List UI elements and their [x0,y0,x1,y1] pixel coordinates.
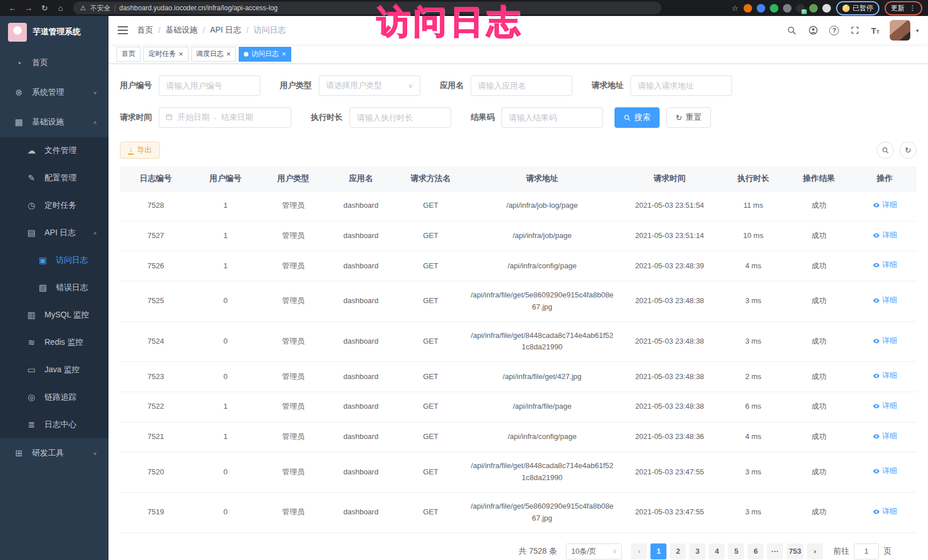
avatar-caret-icon[interactable]: ▾ [916,27,919,34]
tab-访问日志[interactable]: 访问日志× [239,47,291,62]
refresh-table-button[interactable]: ↻ [899,142,917,159]
font-size-icon[interactable]: TT [871,26,879,35]
sidebar-item-apilog[interactable]: ▤API 日志∧ [0,219,109,247]
page-button-6[interactable]: 6 [748,543,764,559]
more-pages-button[interactable]: ··· [767,543,783,559]
hamburger-icon[interactable] [118,26,128,34]
search-icon[interactable] [786,25,797,36]
chevron-up-icon: ∧ [93,120,97,125]
page-button-3[interactable]: 3 [689,543,705,559]
page-button-5[interactable]: 5 [728,543,744,559]
chevron-down-icon: ∨ [612,547,617,555]
sidebar-item-redis[interactable]: ≋Redis 监控 [0,329,109,356]
sidebar-item-devtools[interactable]: ⊞研发工具∨ [0,438,109,468]
sidebar-item-config[interactable]: ✎配置管理 [0,164,109,192]
breadcrumb-item[interactable]: 基础设施 [166,25,198,35]
toggle-search-button[interactable] [877,142,894,159]
profile-paused-badge[interactable]: 已暂停 [836,1,879,15]
app-name-input[interactable] [471,75,572,96]
request-url-input[interactable] [630,75,732,96]
sidebar-item-java[interactable]: ▭Java 监控 [0,356,109,384]
extension-green-circle-icon[interactable] [770,4,778,13]
browser-back-icon[interactable]: ← [6,3,19,13]
detail-link[interactable]: 详细 [873,259,897,271]
goto-page-input[interactable] [854,543,879,559]
address-bar[interactable]: ⚠ 不安全 dashboard.yudao.iocoder.cn/infra/l… [73,2,661,14]
sidebar-item-trace[interactable]: ◎链路追踪 [0,384,109,411]
cell-time: 2021-05-03 23:47:55 [618,452,721,493]
browser-reload-icon[interactable]: ↻ [38,3,51,13]
detail-link[interactable]: 详细 [873,465,897,477]
user-avatar[interactable] [890,20,910,41]
page-size-select[interactable]: 10条/页∨ [566,543,622,559]
breadcrumb-separator: / [158,26,160,35]
eye-icon [873,402,880,410]
search-button[interactable]: 搜索 [614,107,660,128]
fullscreen-icon[interactable] [849,25,861,36]
extension-gray-green-icon[interactable] [809,4,818,13]
sidebar-item-home[interactable]: ◔首页 [0,48,109,78]
sidebar-item-label: 日志中心 [45,420,77,430]
page-button-2[interactable]: 2 [670,543,686,559]
url-text[interactable]: dashboard.yudao.iocoder.cn/infra/log/api… [119,4,278,12]
duration-input[interactable] [349,107,451,128]
result-code-label: 结果码 [471,112,495,123]
tab-首页[interactable]: 首页 [116,47,140,62]
user-type-select[interactable]: 请选择用户类型 ∨ [319,75,420,96]
tab-调度日志[interactable]: 调度日志× [191,47,236,62]
date-range-picker[interactable]: 开始日期 - 结束日期 [159,107,291,128]
download-icon: ↓ [128,146,134,155]
sidebar-item-file[interactable]: ☁文件管理 [0,137,109,164]
help-icon[interactable]: ? [829,26,839,35]
bookmark-star-icon[interactable]: ☆ [732,4,738,13]
page-button-753[interactable]: 753 [786,543,804,559]
extension-blue-shield-icon[interactable] [757,4,765,13]
page-button-1[interactable]: 1 [650,543,666,559]
result-code-input[interactable] [501,107,603,128]
extension-pin-icon[interactable] [822,4,831,13]
eye-icon [873,261,880,269]
cell-action: 详细 [853,422,917,452]
refresh-icon: ↻ [905,146,911,155]
browser-update-button[interactable]: 更新 ⋮ [885,1,922,15]
detail-link[interactable]: 详细 [873,430,897,442]
close-icon[interactable]: × [179,50,183,58]
sidebar-item-errorlog[interactable]: ▨错误日志 [0,274,109,301]
app-logo[interactable]: 芋道管理系统 [0,16,109,48]
export-button[interactable]: ↓ 导出 [120,142,160,159]
detail-link[interactable]: 详细 [873,199,897,211]
extension-grid-icon[interactable] [783,4,792,13]
sidebar-item-system[interactable]: ⊛系统管理∨ [0,78,109,107]
cell-url: /api/infra/file/get/8448cada8c714e4ab61f… [467,452,618,493]
security-label[interactable]: 不安全 [90,3,111,13]
detail-link[interactable]: 详细 [873,400,897,412]
request-url-label: 请求地址 [592,80,624,91]
tab-定时任务[interactable]: 定时任务× [143,47,188,62]
extension-translator-icon[interactable]: 翻 [796,4,805,13]
overflow-menu-icon[interactable]: ⋮ [909,4,916,12]
detail-link[interactable]: 详细 [873,229,897,241]
browser-home-icon[interactable]: ⌂ [54,3,67,13]
next-page-button[interactable]: › [807,543,823,559]
detail-link[interactable]: 详细 [873,295,897,307]
close-icon[interactable]: × [227,50,231,58]
breadcrumb-item[interactable]: 首页 [137,25,153,35]
detail-link[interactable]: 详细 [873,506,897,518]
detail-link[interactable]: 详细 [873,335,897,347]
sidebar-item-job[interactable]: ◷定时任务 [0,192,109,219]
browser-forward-icon[interactable]: → [22,3,35,13]
user-id-input[interactable] [159,75,260,96]
github-icon[interactable] [808,25,819,36]
prev-page-button[interactable]: ‹ [631,543,647,559]
sidebar-item-logcenter[interactable]: ≣日志中心 [0,411,109,438]
page-button-4[interactable]: 4 [709,543,725,559]
cell-result: 成功 [785,392,853,422]
reset-button[interactable]: ↻ 重置 [666,107,711,128]
close-icon[interactable]: × [282,50,286,58]
breadcrumb-item[interactable]: API 日志 [210,25,241,35]
sidebar-item-infra[interactable]: ▦基础设施∧ [0,107,109,137]
sidebar-item-accesslog[interactable]: ▣访问日志 [0,247,109,274]
sidebar-item-mysql[interactable]: ▥MySQL 监控 [0,301,109,329]
extension-orange-ring-icon[interactable] [744,4,752,13]
detail-link[interactable]: 详细 [873,370,897,382]
